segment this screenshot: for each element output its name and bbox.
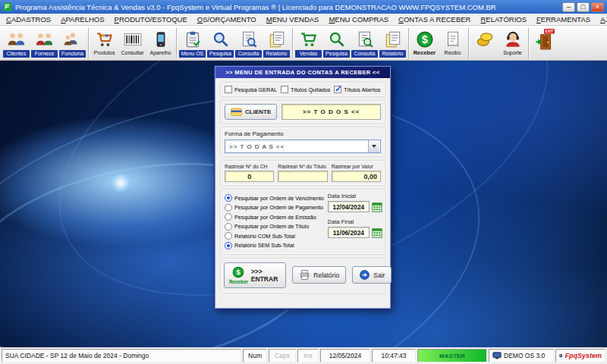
toolbar-button-label: Receber (411, 50, 438, 56)
data-inicial-row: 12/04/2024 (328, 201, 382, 212)
exit-door-icon: EXIT (533, 29, 556, 49)
toolbar-button-menu-os[interactable]: Menu OS (178, 27, 206, 60)
minimize-button[interactable]: – (562, 2, 575, 12)
calendar-icon[interactable] (372, 202, 382, 212)
coins-icon (475, 29, 495, 49)
calendar-icon[interactable] (372, 228, 382, 238)
radio-circle (225, 223, 232, 231)
toolbar-separator (176, 28, 177, 58)
menu-cadastros[interactable]: CADASTROS (6, 15, 51, 24)
toolbar-button-consulta-os[interactable]: Consulta (234, 27, 263, 60)
sair-button[interactable]: Sair (352, 266, 392, 284)
toolbar-button-pesquisa-vendas[interactable]: Pesquisa (322, 27, 351, 60)
search-icon (211, 29, 231, 49)
cliente-button[interactable]: CLIENTE (225, 104, 277, 120)
service-order-icon (183, 29, 203, 49)
radio-ordem-vencimento[interactable]: Pesquisar por Ordem de Vencimento (225, 194, 324, 202)
entrar-button[interactable]: $ Receber >>> ENTRAR (224, 262, 286, 288)
toolbar-button-consulta-vendas[interactable]: Consulta (351, 27, 379, 60)
toolbar-button-suporte[interactable]: Suporte (498, 27, 527, 60)
radio-ordem-titulo[interactable]: Pesquisar por Ordem de Título (225, 222, 324, 231)
dates-column: Data Inicial 12/04/2024 Data Final 11/06… (328, 193, 382, 251)
relatorio-label: Relatório (313, 271, 339, 279)
filter-checkbox-group: Pesquisa GERAL Títulos Quitados Títulos … (220, 82, 385, 97)
dialog-body: Pesquisa GERAL Títulos Quitados Títulos … (215, 78, 390, 300)
rastrear-valor-input[interactable]: 0,00 (332, 171, 381, 182)
entrar-caption: Receber (229, 279, 248, 284)
receipt-icon (443, 29, 463, 49)
toolbar-button-receber[interactable]: $ Receber (410, 27, 439, 60)
toolbar-button-funcionarios[interactable]: Funciona (58, 27, 86, 60)
status-location: SUA CIDADE - SP 12 de Maio de 2024 - Dom… (2, 349, 241, 362)
checkbox-box (281, 86, 288, 93)
toolbar-button-produtos[interactable]: Produtos (90, 27, 118, 60)
toolbar-button-relatorio-vendas[interactable]: Relatório (379, 27, 407, 60)
forma-pagamento-select[interactable]: >> T O D A S << (225, 140, 381, 153)
toolbar-button-label: Clientes (3, 50, 30, 58)
toolbar-button-label: Funciona (59, 50, 86, 58)
relatorio-button[interactable]: Relatório (292, 266, 346, 284)
menu-aparelhos[interactable]: APARELHOS (61, 15, 104, 24)
toolbar-button-moedas[interactable] (470, 27, 498, 60)
cliente-value-field[interactable]: >> T O D O S << (281, 104, 381, 120)
forma-pagamento-group: Forma de Pagamento >> T O D A S << (220, 127, 385, 157)
toolbar-button-label: Fornece (31, 50, 58, 58)
dialog-title: >> MENU DE ENTRADA DO CONTAS A RECEBER <… (215, 67, 390, 78)
support-icon (503, 29, 523, 49)
toolbar-button-pesquisa-os[interactable]: Pesquisa (206, 27, 234, 60)
background-glow (111, 173, 131, 193)
status-num-lock: Num (243, 349, 267, 362)
toolbar-button-recibo[interactable]: Recibo (439, 27, 467, 60)
toolbar-button-label: Consulta (351, 50, 378, 58)
rastrear-valor-label: Rastrear por Valor (332, 164, 381, 169)
toolbar-button-sair[interactable]: EXIT (530, 27, 558, 60)
rastrear-ch-label: Rastrear Nº do CH (225, 164, 274, 169)
radio-relatorio-sem-subtotal[interactable]: Relatório SEM Sub-Total (225, 241, 324, 249)
menu-os-orcamento[interactable]: OS/ORÇAMENTO (197, 15, 256, 24)
dialog-actions: $ Receber >>> ENTRAR Relatório Sair (220, 258, 385, 293)
rastrear-titulo-input[interactable] (278, 171, 327, 182)
report-icon (383, 29, 403, 49)
data-inicial-input[interactable]: 12/04/2024 (328, 201, 370, 212)
svg-text:EXIT: EXIT (545, 30, 553, 33)
menu-vendas[interactable]: MENU VENDAS (266, 15, 319, 24)
toolbar-separator (468, 28, 469, 58)
close-button[interactable]: × (591, 2, 604, 12)
toolbar-button-relatorio-os[interactable]: Relatório (263, 27, 291, 60)
menu-ajuda[interactable]: AJUDA (600, 15, 607, 24)
status-bar: SUA CIDADE - SP 12 de Maio de 2024 - Dom… (0, 347, 607, 364)
sales-cart-icon (299, 29, 319, 49)
radio-ordem-emissao[interactable]: Pesquisar por Ordem de Emissão (225, 213, 324, 221)
toolbar-button-label: Aparelho (147, 50, 174, 56)
forma-pagamento-value: >> T O D A S << (225, 143, 368, 150)
checkbox-pesquisa-geral[interactable]: Pesquisa GERAL (225, 86, 277, 93)
toolbar-button-vendas[interactable]: Vendas (294, 27, 322, 60)
toolbar-button-consultar[interactable]: Consultar (118, 27, 146, 60)
checkbox-titulos-quitados[interactable]: Títulos Quitados (281, 86, 330, 93)
data-final-input[interactable]: 11/06/2024 (328, 227, 370, 238)
ordenacao-radios: Pesquisar por Ordem de Vencimento Pesqui… (225, 193, 324, 251)
toolbar-button-aparelho[interactable]: Aparelho (146, 27, 175, 60)
toolbar-button-clientes[interactable]: Clientes (2, 27, 30, 60)
menu-ferramentas[interactable]: FERRAMENTAS (536, 15, 590, 24)
menu-contas-a-receber[interactable]: CONTAS A RECEBER (398, 15, 470, 24)
toolbar-button-fornecedores[interactable]: Fornece (30, 27, 58, 60)
status-demo-text: DEMO OS 3.0 (504, 352, 545, 359)
fpqsystem-logo-icon (559, 351, 562, 360)
menu-compras[interactable]: MENU COMPRAS (329, 15, 388, 24)
toolbar-separator (292, 28, 293, 58)
monitor-icon (492, 351, 502, 360)
printer-icon (299, 269, 310, 281)
checkbox-titulos-abertos[interactable]: Títulos Abertos (334, 86, 380, 93)
radio-relatorio-com-subtotal[interactable]: Relatório COM Sub-Total (225, 232, 324, 240)
menu-produto-estoque[interactable]: PRODUTO/ESTOQUE (115, 15, 187, 24)
toolbar-separator (408, 28, 409, 58)
status-demo-version: DEMO OS 3.0 (489, 349, 554, 362)
menu-relatorios[interactable]: RELATÓRIOS (480, 15, 527, 24)
checkbox-box (225, 86, 232, 93)
radio-circle (225, 204, 232, 212)
rastrear-ch-input[interactable]: 0 (225, 171, 274, 182)
toolbar-button-label: Relatório (263, 50, 290, 58)
radio-ordem-pagamento[interactable]: Pesquisar por Ordem de Pagamento (225, 203, 324, 212)
maximize-button[interactable]: □ (577, 2, 590, 12)
